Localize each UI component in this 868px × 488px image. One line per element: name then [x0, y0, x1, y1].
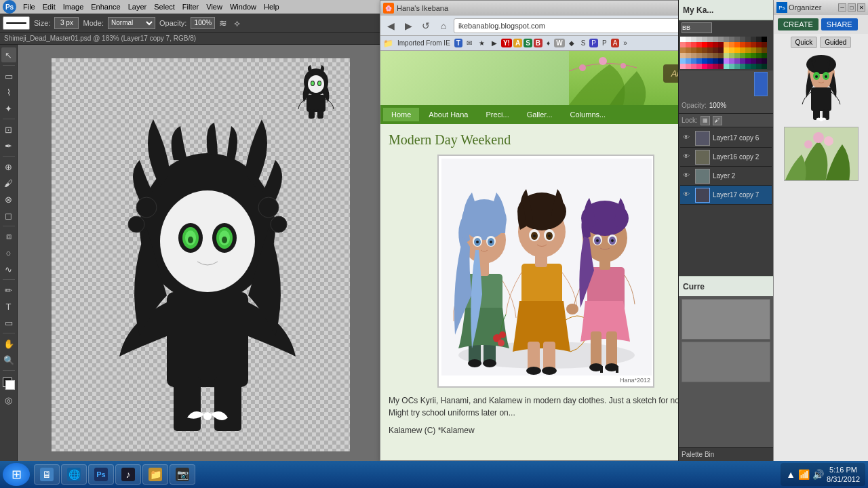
- swatch-pk8[interactable]: [718, 64, 724, 69]
- swatch-r4[interactable]: [696, 42, 702, 47]
- swatch-c2[interactable]: [729, 64, 734, 69]
- bookmark-a1[interactable]: A: [513, 39, 522, 47]
- swatch-p4[interactable]: [740, 58, 745, 64]
- swatch-c7[interactable]: [756, 64, 762, 69]
- swatch-o1[interactable]: [724, 42, 729, 47]
- flow-icon[interactable]: ⟡: [234, 18, 245, 28]
- layer-item-2[interactable]: 👁 Layer 2: [680, 167, 772, 186]
- bookmark-p2[interactable]: P: [599, 39, 610, 47]
- swatch-bl8[interactable]: [718, 58, 724, 64]
- blue-color-swatch[interactable]: [754, 72, 768, 96]
- swatch-o8[interactable]: [762, 42, 767, 47]
- opacity-input[interactable]: [191, 17, 215, 29]
- swatch-bl3[interactable]: [691, 58, 696, 64]
- lock-transparent-icon[interactable]: ▦: [701, 116, 710, 125]
- lasso-tool[interactable]: ⌇: [1, 85, 16, 100]
- tray-up-icon[interactable]: ▲: [786, 469, 795, 480]
- organizer-minimize-btn[interactable]: ─: [838, 3, 846, 12]
- swatch-r3[interactable]: [691, 42, 696, 47]
- bookmark-p1[interactable]: P: [589, 39, 598, 47]
- swatch-3[interactable]: [696, 37, 702, 42]
- move-tool[interactable]: ↖: [1, 47, 16, 62]
- zoom-tool[interactable]: 🔍: [1, 352, 16, 367]
- swatch-7[interactable]: [718, 37, 724, 42]
- swatch-r5[interactable]: [702, 42, 707, 47]
- organizer-restore-btn[interactable]: □: [848, 3, 856, 12]
- swatch-p1[interactable]: [724, 58, 729, 64]
- swatch-r6[interactable]: [707, 42, 713, 47]
- swatch-g4[interactable]: [740, 53, 745, 58]
- taskbar-item-photoshop[interactable]: Ps: [88, 464, 114, 485]
- swatch-14[interactable]: [756, 37, 762, 42]
- organizer-close-btn[interactable]: ✕: [857, 3, 865, 12]
- swatch-10[interactable]: [734, 37, 740, 42]
- smudge-tool[interactable]: ∿: [1, 262, 16, 277]
- airbrush-icon[interactable]: ≋: [219, 18, 230, 28]
- bookmark-w[interactable]: W: [554, 39, 564, 47]
- swatch-y8[interactable]: [762, 47, 767, 53]
- menu-help[interactable]: Help: [260, 1, 283, 12]
- swatch-bl1[interactable]: [680, 58, 686, 64]
- blog-nav-home[interactable]: Home: [383, 108, 419, 121]
- swatch-y4[interactable]: [740, 47, 745, 53]
- swatch-r2[interactable]: [686, 42, 691, 47]
- bookmark-da[interactable]: ◆: [566, 39, 577, 47]
- swatch-y2[interactable]: [729, 47, 734, 53]
- eye-icon-1[interactable]: 👁: [683, 152, 692, 162]
- swatch-white[interactable]: [680, 37, 686, 42]
- swatch-r1[interactable]: [680, 42, 686, 47]
- start-button[interactable]: ⊞: [3, 463, 30, 486]
- blog-nav-gallery[interactable]: Galler...: [519, 108, 561, 121]
- eye-icon-3[interactable]: 👁: [683, 190, 692, 200]
- swatch-c6[interactable]: [751, 64, 756, 69]
- swatch-y5[interactable]: [745, 47, 751, 53]
- text-tool[interactable]: T: [1, 299, 16, 314]
- marquee-tool[interactable]: ▭: [1, 68, 16, 83]
- swatch-pk6[interactable]: [707, 64, 713, 69]
- swatch-p7[interactable]: [756, 58, 762, 64]
- swatch-y3[interactable]: [734, 47, 740, 53]
- system-clock[interactable]: 5:16 PM 8/31/2012: [827, 465, 860, 485]
- brush-preview[interactable]: [3, 16, 30, 30]
- hex-input[interactable]: [682, 22, 712, 33]
- swatch-p6[interactable]: [751, 58, 756, 64]
- swatch-p8[interactable]: [762, 58, 767, 64]
- bookmark-b[interactable]: B: [534, 39, 542, 47]
- swatch-9[interactable]: [729, 37, 734, 42]
- swatch-pk7[interactable]: [713, 64, 718, 69]
- menu-view[interactable]: View: [203, 1, 226, 12]
- swatch-r8[interactable]: [718, 42, 724, 47]
- swatch-4[interactable]: [702, 37, 707, 42]
- swatch-c8[interactable]: [762, 64, 767, 69]
- hand-tool[interactable]: ✋: [1, 336, 16, 351]
- bookmark-s2[interactable]: S: [578, 39, 589, 47]
- menu-edit[interactable]: Edit: [39, 1, 59, 12]
- bookmark-more[interactable]: »: [620, 39, 630, 47]
- swatch-t2[interactable]: [686, 53, 691, 58]
- crop-tool[interactable]: ⊡: [1, 122, 16, 137]
- menu-window[interactable]: Window: [226, 1, 260, 12]
- guided-mode-button[interactable]: Guided: [820, 37, 851, 48]
- swatch-c4[interactable]: [740, 64, 745, 69]
- refresh-button[interactable]: ↺: [418, 18, 433, 33]
- eraser-tool[interactable]: ◻: [1, 208, 16, 223]
- quick-mode-button[interactable]: Quick: [791, 37, 818, 48]
- taskbar-item-explorer[interactable]: 🖥: [34, 464, 60, 485]
- swatch-b3[interactable]: [691, 47, 696, 53]
- back-button[interactable]: ◀: [383, 18, 398, 33]
- menu-image[interactable]: Image: [60, 1, 87, 12]
- pen-tool[interactable]: ✏: [1, 283, 16, 298]
- tray-network-icon[interactable]: 📶: [798, 469, 810, 480]
- swatch-g7[interactable]: [756, 53, 762, 58]
- heal-tool[interactable]: ⊕: [1, 159, 16, 174]
- paint-bucket-tool[interactable]: ⧈: [1, 229, 16, 244]
- tray-volume-icon[interactable]: 🔊: [812, 469, 824, 480]
- menu-enhance[interactable]: Enhance: [87, 1, 123, 12]
- background-color[interactable]: [5, 380, 15, 390]
- dodge-tool[interactable]: ○: [1, 245, 16, 260]
- swatch-pk4[interactable]: [696, 64, 702, 69]
- swatch-g2[interactable]: [729, 53, 734, 58]
- swatch-b7[interactable]: [713, 47, 718, 53]
- blog-nav-preci[interactable]: Preci...: [477, 108, 517, 121]
- taskbar-item-ie[interactable]: 🌐: [61, 464, 87, 485]
